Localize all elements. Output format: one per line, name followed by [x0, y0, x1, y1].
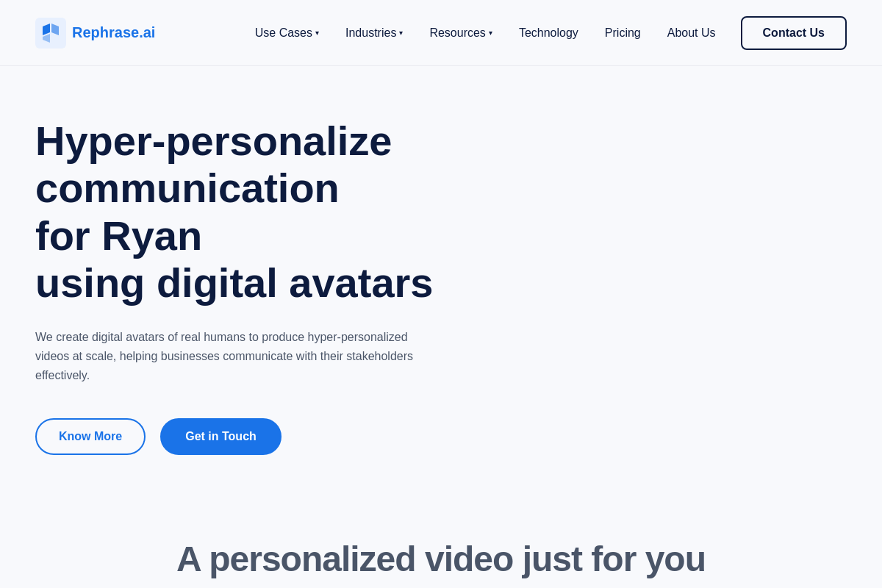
chevron-down-icon: ▾ — [399, 29, 403, 37]
nav-item-technology[interactable]: Technology — [509, 21, 589, 46]
bottom-teaser: A personalized video just for you — [0, 529, 882, 588]
chevron-down-icon: ▾ — [489, 29, 492, 37]
contact-us-button[interactable]: Contact Us — [741, 16, 847, 50]
nav-item-industries[interactable]: Industries ▾ — [335, 21, 413, 46]
navbar: Rephrase.ai Use Cases ▾ Industries ▾ Res… — [0, 0, 882, 66]
bottom-teaser-text: A personalized video just for you — [176, 539, 706, 579]
nav-item-resources[interactable]: Resources ▾ — [419, 21, 502, 46]
hero-section: Hyper-personalize communication for Ryan… — [0, 66, 470, 484]
hero-title: Hyper-personalize communication for Ryan… — [35, 118, 434, 307]
chevron-down-icon: ▾ — [315, 29, 319, 37]
know-more-button[interactable]: Know More — [35, 418, 146, 455]
hero-description: We create digital avatars of real humans… — [35, 328, 432, 386]
nav-item-use-cases[interactable]: Use Cases ▾ — [245, 21, 329, 46]
nav-links: Use Cases ▾ Industries ▾ Resources ▾ Tec… — [245, 16, 847, 50]
hero-name: Ryan — [101, 212, 202, 259]
hero-buttons: Know More Get in Touch — [35, 418, 282, 455]
nav-item-about-us[interactable]: About Us — [657, 21, 726, 46]
nav-item-pricing[interactable]: Pricing — [595, 21, 651, 46]
logo-icon — [35, 18, 66, 49]
logo-text: Rephrase.ai — [72, 24, 155, 41]
logo-link[interactable]: Rephrase.ai — [35, 18, 155, 49]
svg-rect-0 — [35, 18, 66, 49]
get-in-touch-button[interactable]: Get in Touch — [160, 418, 282, 455]
